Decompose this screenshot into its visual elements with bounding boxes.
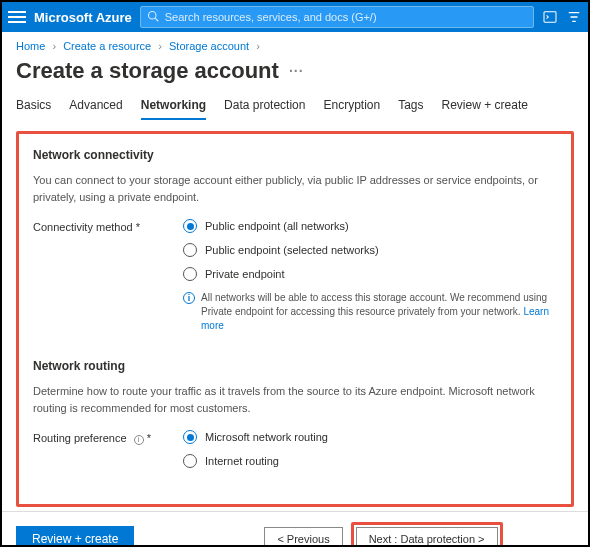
global-search[interactable]: [140, 6, 534, 28]
radio-label: Public endpoint (selected networks): [205, 244, 379, 256]
breadcrumb-link[interactable]: Create a resource: [63, 40, 151, 52]
tab-networking[interactable]: Networking: [141, 94, 206, 120]
more-actions-icon[interactable]: ···: [289, 63, 304, 79]
radio-private-endpoint[interactable]: Private endpoint: [183, 267, 557, 281]
azure-top-bar: Microsoft Azure: [2, 2, 588, 32]
page-title: Create a storage account ···: [2, 56, 588, 94]
radio-icon: [183, 267, 197, 281]
routing-preference-label: Routing preference i *: [33, 430, 183, 445]
page-title-text: Create a storage account: [16, 58, 279, 84]
section-title-connectivity: Network connectivity: [33, 148, 557, 162]
radio-label: Private endpoint: [205, 268, 285, 280]
hamburger-menu-icon[interactable]: [8, 8, 26, 26]
radio-internet-routing[interactable]: Internet routing: [183, 454, 557, 468]
wizard-footer: Review + create < Previous Next : Data p…: [2, 511, 588, 547]
tab-advanced[interactable]: Advanced: [69, 94, 122, 120]
section-desc-routing: Determine how to route your traffic as i…: [33, 383, 557, 416]
connectivity-method-label: Connectivity method *: [33, 219, 183, 233]
radio-public-selected[interactable]: Public endpoint (selected networks): [183, 243, 557, 257]
section-desc-connectivity: You can connect to your storage account …: [33, 172, 557, 205]
review-create-button[interactable]: Review + create: [16, 526, 134, 547]
breadcrumb: Home › Create a resource › Storage accou…: [2, 32, 588, 56]
breadcrumb-link[interactable]: Storage account: [169, 40, 249, 52]
required-asterisk: *: [147, 432, 151, 444]
brand-label: Microsoft Azure: [34, 10, 132, 25]
tab-tags[interactable]: Tags: [398, 94, 423, 120]
connectivity-method-options: Public endpoint (all networks) Public en…: [183, 219, 557, 333]
radio-icon: [183, 454, 197, 468]
next-button-highlight: Next : Data protection >: [351, 522, 503, 547]
radio-label: Public endpoint (all networks): [205, 220, 349, 232]
next-button[interactable]: Next : Data protection >: [356, 527, 498, 547]
chevron-right-icon: ›: [52, 40, 56, 52]
radio-microsoft-routing[interactable]: Microsoft network routing: [183, 430, 557, 444]
tab-review-create[interactable]: Review + create: [442, 94, 528, 120]
svg-rect-2: [544, 12, 556, 22]
chevron-right-icon: ›: [256, 40, 260, 52]
tab-data-protection[interactable]: Data protection: [224, 94, 305, 120]
search-input[interactable]: [165, 11, 527, 23]
tab-encryption[interactable]: Encryption: [323, 94, 380, 120]
radio-label: Internet routing: [205, 455, 279, 467]
directory-filter-icon[interactable]: [566, 9, 582, 25]
breadcrumb-link[interactable]: Home: [16, 40, 45, 52]
chevron-right-icon: ›: [158, 40, 162, 52]
connectivity-info: i All networks will be able to access th…: [183, 291, 557, 333]
previous-button[interactable]: < Previous: [264, 527, 342, 547]
radio-icon: [183, 243, 197, 257]
svg-line-1: [155, 18, 158, 21]
routing-preference-options: Microsoft network routing Internet routi…: [183, 430, 557, 478]
wizard-tabs: Basics Advanced Networking Data protecti…: [2, 94, 588, 121]
info-icon: i: [183, 292, 195, 304]
tab-basics[interactable]: Basics: [16, 94, 51, 120]
radio-label: Microsoft network routing: [205, 431, 328, 443]
cloud-shell-icon[interactable]: [542, 9, 558, 25]
info-text: All networks will be able to access this…: [201, 292, 547, 317]
networking-panel: Network connectivity You can connect to …: [16, 131, 574, 507]
radio-icon: [183, 219, 197, 233]
search-icon: [147, 10, 159, 25]
section-title-routing: Network routing: [33, 359, 557, 373]
radio-icon: [183, 430, 197, 444]
radio-public-all[interactable]: Public endpoint (all networks): [183, 219, 557, 233]
svg-point-0: [148, 11, 156, 19]
routing-label-text: Routing preference: [33, 432, 127, 444]
help-icon[interactable]: i: [134, 435, 144, 445]
